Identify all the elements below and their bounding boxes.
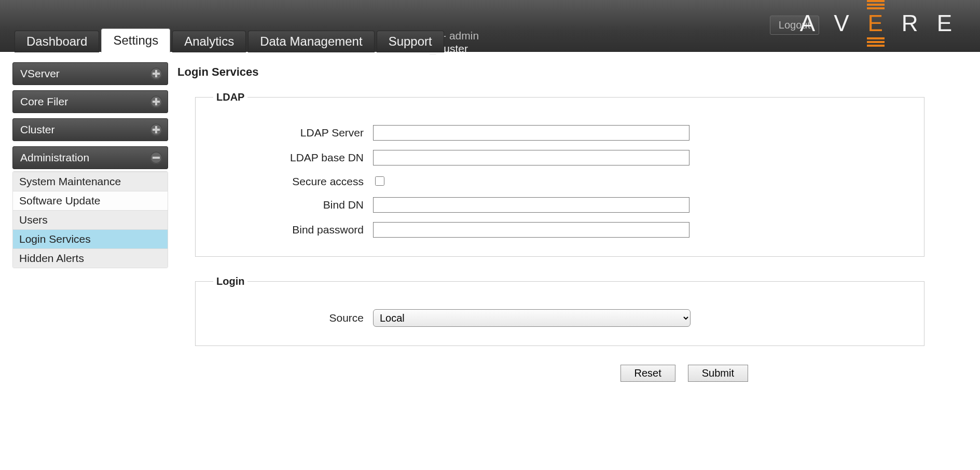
sidebar-item-hidden-alerts[interactable]: Hidden Alerts [13,248,168,268]
sidebar-section-vserver[interactable]: VServer [12,62,168,85]
sidebar-section-core-filer[interactable]: Core Filer [12,90,168,113]
sidebar-section-label: Cluster [20,123,55,135]
logo-letter-e-wrap: E [868,10,893,36]
plus-icon [150,95,162,108]
sidebar-section-administration[interactable]: Administration [12,146,168,169]
secure-access-checkbox[interactable] [375,176,384,186]
main-content: Login Services LDAP LDAP Server LDAP bas… [168,62,945,382]
logo-letter-e: E [868,10,893,36]
sidebar-item-system-maintenance[interactable]: System Maintenance [13,172,168,191]
sidebar-item-users[interactable]: Users [13,210,168,229]
bind-dn-label: Bind DN [208,199,373,211]
brand-logo: A V E R E [800,10,962,36]
login-source-label: Source [208,312,373,324]
sidebar-list-administration: System Maintenance Software Update Users… [12,171,168,268]
plus-icon [150,67,162,80]
sidebar-section-label: Core Filer [20,95,68,107]
tab-data-management[interactable]: Data Management [248,31,374,52]
bind-dn-input[interactable] [373,197,689,213]
sidebar-section-cluster[interactable]: Cluster [12,118,168,141]
ldap-panel: LDAP LDAP Server LDAP base DN Secure acc… [195,91,924,257]
tab-support[interactable]: Support [377,31,444,52]
logo-letter-v: V [834,10,859,36]
logo-letter-a: A [800,10,825,36]
sidebar-item-login-services[interactable]: Login Services [13,229,168,248]
sidebar: VServer Core Filer Cluster Administratio… [12,62,168,273]
plus-icon [150,123,162,136]
tab-analytics[interactable]: Analytics [172,31,246,52]
form-buttons: Reset Submit [195,365,748,382]
sidebar-section-label: Administration [20,151,89,163]
tab-settings[interactable]: Settings [101,29,170,52]
logo-letter-e2: E [937,10,962,36]
bind-password-input[interactable] [373,222,689,238]
logo-letter-r: R [902,10,929,36]
ldap-legend: LDAP [213,91,247,103]
ldap-server-label: LDAP Server [208,127,373,139]
logo-accent-bars-top [867,0,885,9]
secure-access-label: Secure access [208,175,373,188]
login-source-select[interactable]: Local [373,309,691,327]
sidebar-item-software-update[interactable]: Software Update [13,191,168,210]
login-panel: Login Source Local [195,275,924,346]
login-legend: Login [213,275,247,287]
ldap-base-dn-input[interactable] [373,150,689,165]
ldap-server-input[interactable] [373,125,689,141]
tab-dashboard[interactable]: Dashboard [15,31,99,52]
main-tabs: Dashboard Settings Analytics Data Manage… [15,29,446,52]
logo-accent-bars-bottom [867,37,885,47]
minus-icon [150,151,162,164]
ldap-base-dn-label: LDAP base DN [208,151,373,164]
topbar: Logout A V E R E V4.6.2.2 --- admin doc-… [0,0,980,52]
submit-button[interactable]: Submit [688,365,748,382]
page-title: Login Services [177,65,924,79]
reset-button[interactable]: Reset [620,365,675,382]
bind-password-label: Bind password [208,224,373,236]
sidebar-section-label: VServer [20,67,60,79]
